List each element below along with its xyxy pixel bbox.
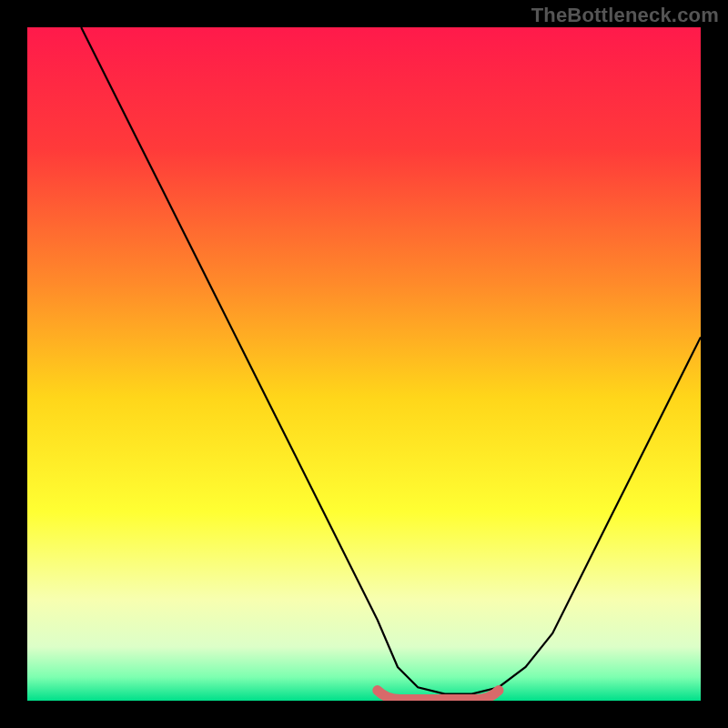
watermark-text: TheBottleneck.com [531, 4, 719, 27]
gradient-background [27, 27, 701, 701]
chart-frame: TheBottleneck.com [0, 0, 728, 728]
chart-plot-area [27, 27, 701, 701]
chart-svg [27, 27, 701, 701]
